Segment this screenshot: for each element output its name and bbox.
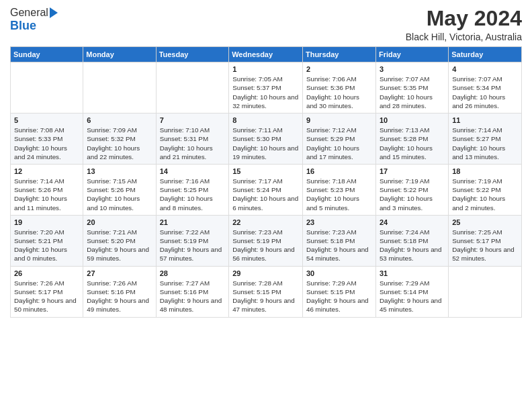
table-row: 7Sunrise: 7:10 AM Sunset: 5:31 PM Daylig… xyxy=(156,113,229,165)
calendar-week-row: 5Sunrise: 7:08 AM Sunset: 5:33 PM Daylig… xyxy=(11,113,522,165)
day-info: Sunrise: 7:12 AM Sunset: 5:29 PM Dayligh… xyxy=(306,126,372,161)
day-info: Sunrise: 7:28 AM Sunset: 5:15 PM Dayligh… xyxy=(232,279,299,314)
day-info: Sunrise: 7:18 AM Sunset: 5:23 PM Dayligh… xyxy=(306,177,372,212)
day-number: 18 xyxy=(452,167,518,175)
day-number: 20 xyxy=(87,218,152,226)
day-number: 28 xyxy=(160,269,226,277)
table-row xyxy=(83,62,156,113)
day-number: 1 xyxy=(232,65,299,73)
day-number: 15 xyxy=(232,167,299,175)
table-row: 29Sunrise: 7:28 AM Sunset: 5:15 PM Dayli… xyxy=(229,266,303,317)
page: General Blue May 2024 Black Hill, Victor… xyxy=(0,0,532,411)
day-number: 10 xyxy=(380,116,445,124)
table-row xyxy=(11,62,83,113)
day-number: 22 xyxy=(232,218,299,226)
day-number: 2 xyxy=(306,65,372,73)
header: General Blue May 2024 Black Hill, Victor… xyxy=(10,7,522,42)
table-row: 13Sunrise: 7:15 AM Sunset: 5:26 PM Dayli… xyxy=(83,164,156,215)
calendar-header-row: Sunday Monday Tuesday Wednesday Thursday… xyxy=(11,47,522,62)
table-row: 27Sunrise: 7:26 AM Sunset: 5:16 PM Dayli… xyxy=(83,266,156,317)
calendar-week-row: 1Sunrise: 7:05 AM Sunset: 5:37 PM Daylig… xyxy=(11,62,522,113)
location-title: Black Hill, Victoria, Australia xyxy=(406,32,522,42)
day-info: Sunrise: 7:27 AM Sunset: 5:16 PM Dayligh… xyxy=(160,279,226,314)
calendar-week-row: 26Sunrise: 7:26 AM Sunset: 5:17 PM Dayli… xyxy=(11,266,522,317)
table-row xyxy=(156,62,229,113)
day-number: 25 xyxy=(452,218,518,226)
table-row: 4Sunrise: 7:07 AM Sunset: 5:34 PM Daylig… xyxy=(449,62,522,113)
day-info: Sunrise: 7:19 AM Sunset: 5:22 PM Dayligh… xyxy=(452,177,518,212)
day-info: Sunrise: 7:24 AM Sunset: 5:18 PM Dayligh… xyxy=(380,228,445,263)
calendar-week-row: 19Sunrise: 7:20 AM Sunset: 5:21 PM Dayli… xyxy=(11,215,522,266)
table-row: 18Sunrise: 7:19 AM Sunset: 5:22 PM Dayli… xyxy=(449,164,522,215)
day-info: Sunrise: 7:17 AM Sunset: 5:24 PM Dayligh… xyxy=(232,177,299,212)
day-info: Sunrise: 7:07 AM Sunset: 5:35 PM Dayligh… xyxy=(380,75,445,110)
col-header-tuesday: Tuesday xyxy=(156,47,229,62)
day-number: 14 xyxy=(160,167,226,175)
table-row: 3Sunrise: 7:07 AM Sunset: 5:35 PM Daylig… xyxy=(375,62,448,113)
day-number: 21 xyxy=(160,218,226,226)
day-info: Sunrise: 7:13 AM Sunset: 5:28 PM Dayligh… xyxy=(380,126,445,161)
calendar-week-row: 12Sunrise: 7:14 AM Sunset: 5:26 PM Dayli… xyxy=(11,164,522,215)
day-number: 17 xyxy=(380,167,445,175)
col-header-sunday: Sunday xyxy=(11,47,83,62)
table-row: 10Sunrise: 7:13 AM Sunset: 5:28 PM Dayli… xyxy=(375,113,448,165)
day-number: 31 xyxy=(380,269,445,277)
day-number: 27 xyxy=(87,269,152,277)
table-row: 30Sunrise: 7:29 AM Sunset: 5:15 PM Dayli… xyxy=(302,266,375,317)
day-number: 4 xyxy=(452,65,518,73)
day-info: Sunrise: 7:23 AM Sunset: 5:19 PM Dayligh… xyxy=(232,228,299,263)
day-number: 9 xyxy=(306,116,372,124)
calendar-table: Sunday Monday Tuesday Wednesday Thursday… xyxy=(10,46,522,317)
day-info: Sunrise: 7:26 AM Sunset: 5:16 PM Dayligh… xyxy=(87,279,152,314)
logo-blue-text: Blue xyxy=(10,19,36,33)
day-number: 7 xyxy=(160,116,226,124)
day-info: Sunrise: 7:09 AM Sunset: 5:32 PM Dayligh… xyxy=(87,126,152,161)
day-info: Sunrise: 7:07 AM Sunset: 5:34 PM Dayligh… xyxy=(452,75,518,110)
logo-arrow-icon xyxy=(50,7,58,18)
day-info: Sunrise: 7:26 AM Sunset: 5:17 PM Dayligh… xyxy=(14,279,79,314)
table-row: 14Sunrise: 7:16 AM Sunset: 5:25 PM Dayli… xyxy=(156,164,229,215)
table-row: 16Sunrise: 7:18 AM Sunset: 5:23 PM Dayli… xyxy=(302,164,375,215)
table-row: 2Sunrise: 7:06 AM Sunset: 5:36 PM Daylig… xyxy=(302,62,375,113)
table-row: 12Sunrise: 7:14 AM Sunset: 5:26 PM Dayli… xyxy=(11,164,83,215)
logo-general-text: General xyxy=(10,7,48,19)
day-number: 30 xyxy=(306,269,372,277)
table-row: 9Sunrise: 7:12 AM Sunset: 5:29 PM Daylig… xyxy=(302,113,375,165)
day-info: Sunrise: 7:29 AM Sunset: 5:15 PM Dayligh… xyxy=(306,279,372,314)
day-number: 3 xyxy=(380,65,445,73)
day-number: 26 xyxy=(14,269,79,277)
table-row: 21Sunrise: 7:22 AM Sunset: 5:19 PM Dayli… xyxy=(156,215,229,266)
day-info: Sunrise: 7:14 AM Sunset: 5:26 PM Dayligh… xyxy=(14,177,79,212)
day-number: 6 xyxy=(87,116,152,124)
day-number: 13 xyxy=(87,167,152,175)
table-row: 25Sunrise: 7:25 AM Sunset: 5:17 PM Dayli… xyxy=(449,215,522,266)
calendar-body: 1Sunrise: 7:05 AM Sunset: 5:37 PM Daylig… xyxy=(11,62,522,317)
day-number: 16 xyxy=(306,167,372,175)
table-row: 20Sunrise: 7:21 AM Sunset: 5:20 PM Dayli… xyxy=(83,215,156,266)
day-info: Sunrise: 7:25 AM Sunset: 5:17 PM Dayligh… xyxy=(452,228,518,263)
table-row: 26Sunrise: 7:26 AM Sunset: 5:17 PM Dayli… xyxy=(11,266,83,317)
day-number: 19 xyxy=(14,218,79,226)
table-row: 17Sunrise: 7:19 AM Sunset: 5:22 PM Dayli… xyxy=(375,164,448,215)
col-header-thursday: Thursday xyxy=(302,47,375,62)
table-row: 8Sunrise: 7:11 AM Sunset: 5:30 PM Daylig… xyxy=(229,113,303,165)
day-info: Sunrise: 7:06 AM Sunset: 5:36 PM Dayligh… xyxy=(306,75,372,110)
table-row: 11Sunrise: 7:14 AM Sunset: 5:27 PM Dayli… xyxy=(449,113,522,165)
day-info: Sunrise: 7:08 AM Sunset: 5:33 PM Dayligh… xyxy=(14,126,79,161)
day-info: Sunrise: 7:05 AM Sunset: 5:37 PM Dayligh… xyxy=(232,75,299,110)
table-row: 28Sunrise: 7:27 AM Sunset: 5:16 PM Dayli… xyxy=(156,266,229,317)
day-info: Sunrise: 7:15 AM Sunset: 5:26 PM Dayligh… xyxy=(87,177,152,212)
day-number: 24 xyxy=(380,218,445,226)
day-info: Sunrise: 7:23 AM Sunset: 5:18 PM Dayligh… xyxy=(306,228,372,263)
day-number: 5 xyxy=(14,116,79,124)
day-info: Sunrise: 7:16 AM Sunset: 5:25 PM Dayligh… xyxy=(160,177,226,212)
table-row: 24Sunrise: 7:24 AM Sunset: 5:18 PM Dayli… xyxy=(375,215,448,266)
day-number: 29 xyxy=(232,269,299,277)
table-row: 19Sunrise: 7:20 AM Sunset: 5:21 PM Dayli… xyxy=(11,215,83,266)
title-block: May 2024 Black Hill, Victoria, Australia xyxy=(406,7,522,42)
day-info: Sunrise: 7:14 AM Sunset: 5:27 PM Dayligh… xyxy=(452,126,518,161)
month-title: May 2024 xyxy=(406,7,522,30)
table-row: 6Sunrise: 7:09 AM Sunset: 5:32 PM Daylig… xyxy=(83,113,156,165)
table-row: 5Sunrise: 7:08 AM Sunset: 5:33 PM Daylig… xyxy=(11,113,83,165)
day-info: Sunrise: 7:19 AM Sunset: 5:22 PM Dayligh… xyxy=(380,177,445,212)
